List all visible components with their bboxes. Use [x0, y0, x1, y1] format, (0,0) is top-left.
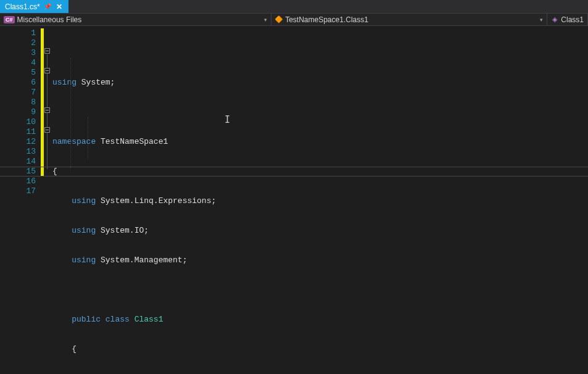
- fold-toggle[interactable]: [44, 127, 50, 133]
- line-number: 10: [0, 117, 36, 127]
- line-number: 13: [0, 147, 36, 157]
- line-number: 3: [0, 48, 36, 58]
- code-token: public: [52, 315, 101, 324]
- class-name: TestNameSpace1.Class1: [285, 15, 368, 24]
- code-area[interactable]: using System; namespace TestNameSpace1 {…: [52, 26, 588, 374]
- line-number: 4: [0, 58, 36, 68]
- line-number: 6: [0, 78, 36, 88]
- code-token: System;: [77, 78, 115, 87]
- code-token: System.IO;: [96, 226, 149, 235]
- code-token: Class1: [130, 315, 164, 324]
- code-token: TestNameSpace1: [96, 137, 168, 146]
- code-token: class: [101, 315, 130, 324]
- tab-title: Class1.cs*: [5, 2, 40, 11]
- code-token: {: [52, 167, 57, 176]
- line-number: 11: [0, 127, 36, 137]
- class-icon: 🔶: [275, 16, 283, 23]
- line-number: 12: [0, 137, 36, 147]
- code-editor[interactable]: 1 2 3 4 5 6 7 8 9 10 11 12 13 14 15 16 1…: [0, 26, 588, 374]
- indent-guide: [88, 117, 88, 159]
- code-token: using: [52, 78, 77, 87]
- tab-bar: Class1.cs* 📌 ✕: [0, 0, 588, 14]
- line-number: 8: [0, 98, 36, 107]
- csharp-icon: C#: [4, 16, 15, 23]
- fold-column: [44, 26, 52, 374]
- line-number: 17: [0, 186, 36, 196]
- indent-guide: [70, 58, 71, 169]
- text-cursor-icon: I: [225, 115, 230, 125]
- line-number: 2: [0, 38, 36, 48]
- line-number: 9: [0, 107, 36, 117]
- code-token: System.Management;: [96, 256, 187, 265]
- project-name: Miscellaneous Files: [17, 15, 82, 24]
- line-number: 5: [0, 68, 36, 78]
- code-token: using: [52, 226, 96, 235]
- line-number: 14: [0, 157, 36, 167]
- code-token: {: [52, 344, 77, 354]
- class-dropdown[interactable]: 🔶 TestNameSpace1.Class1 ▾: [271, 14, 547, 25]
- close-icon[interactable]: ✕: [55, 2, 64, 11]
- fold-toggle[interactable]: [44, 68, 50, 73]
- pin-icon[interactable]: 📌: [44, 3, 51, 10]
- code-token: using: [52, 196, 96, 206]
- fold-toggle[interactable]: [44, 107, 50, 113]
- member-dropdown[interactable]: ◈ Class1: [547, 14, 588, 25]
- member-name: Class1: [561, 15, 584, 24]
- chevron-down-icon: ▾: [540, 17, 543, 23]
- method-icon: ◈: [551, 16, 558, 23]
- chevron-down-icon: ▾: [264, 17, 267, 23]
- line-number: 7: [0, 88, 36, 98]
- line-number: 1: [0, 28, 36, 38]
- code-token: using: [52, 256, 96, 265]
- line-number-gutter: 1 2 3 4 5 6 7 8 9 10 11 12 13 14 15 16 1…: [0, 26, 41, 374]
- fold-toggle[interactable]: [44, 48, 50, 54]
- project-dropdown[interactable]: C# Miscellaneous Files ▾: [0, 14, 271, 25]
- navigation-bar: C# Miscellaneous Files ▾ 🔶 TestNameSpace…: [0, 14, 588, 26]
- file-tab[interactable]: Class1.cs* 📌 ✕: [0, 0, 68, 13]
- line-number: 15: [0, 167, 36, 177]
- line-number: 16: [0, 177, 36, 186]
- code-token: System.Linq.Expressions;: [96, 196, 216, 206]
- code-token: namespace: [52, 137, 96, 146]
